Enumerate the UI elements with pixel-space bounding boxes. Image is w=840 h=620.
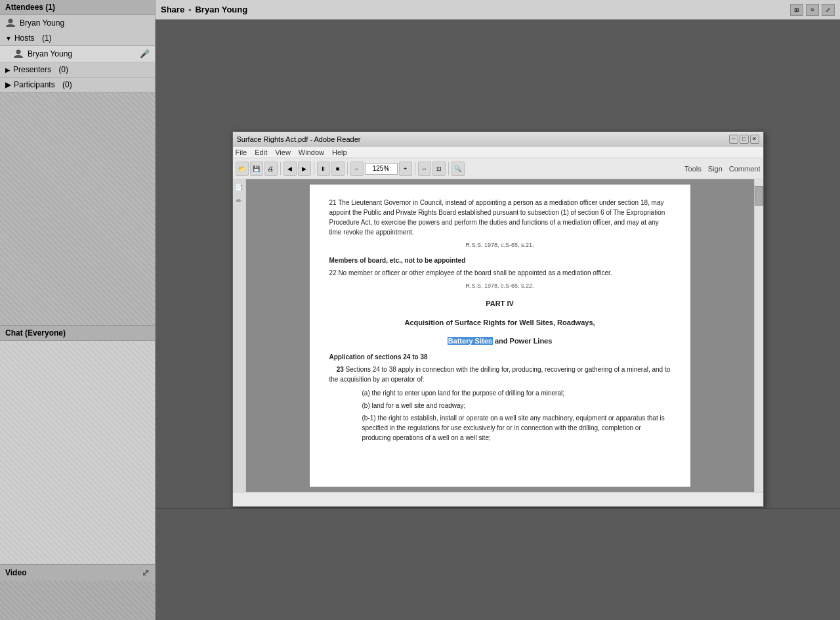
pdf-page: 21 The Lieutenant Governor in Council, i… — [310, 185, 690, 487]
pdf-para-22: 22 No member or officer or other employe… — [329, 268, 671, 278]
video-section: Video ⤢ — [0, 564, 155, 620]
pdf-minimize-button[interactable]: ─ — [729, 135, 738, 144]
pdf-menu-view[interactable]: View — [275, 148, 291, 156]
grid-view-button[interactable]: ⊞ — [790, 4, 803, 16]
sidebar: Attendees (1) Bryan Young ▼ Hosts (1) Br… — [0, 0, 156, 620]
video-body — [0, 581, 155, 620]
pdf-close-button[interactable]: ✕ — [750, 135, 759, 144]
tb-stop-button[interactable]: ■ — [331, 162, 345, 176]
pdf-menubar: File Edit View Window Help — [233, 146, 763, 158]
tb-open-button[interactable]: 📂 — [236, 162, 249, 176]
svg-point-0 — [9, 19, 13, 24]
host-user-icon — [13, 49, 24, 59]
pdf-comment-button[interactable]: Comment — [729, 165, 761, 173]
pdf-section-members: Members of board, etc., not to be appoin… — [329, 255, 671, 265]
list-view-button[interactable]: ≡ — [806, 4, 819, 16]
tb-zoomin-button[interactable]: + — [399, 162, 412, 176]
pdf-maximize-button[interactable]: □ — [740, 135, 749, 144]
pdf-scrollbar[interactable] — [754, 179, 763, 492]
pdf-ref-2: R.S.S. 1978, c.S-65, s.22. — [329, 282, 671, 291]
participants-section-header[interactable]: ▶ Participants (0) — [0, 78, 155, 93]
nav-bookmark-icon[interactable]: 📑 — [234, 182, 244, 192]
video-header: Video ⤢ — [0, 565, 155, 581]
tb-next-button[interactable]: ▶ — [298, 162, 311, 176]
tb-save-button[interactable]: 💾 — [250, 162, 263, 176]
tb-search-button[interactable]: 🔍 — [452, 162, 465, 176]
pdf-item-b: (b) land for a well site and roadway; — [362, 401, 671, 410]
host-name: Bryan Young — [28, 49, 72, 58]
chat-scope: (Everyone) — [25, 328, 66, 338]
pdf-statusbar — [233, 492, 763, 506]
pdf-part-title2: Battery Sites and Power Lines — [329, 336, 671, 347]
tb-fit-page-button[interactable]: ⊡ — [432, 162, 446, 176]
pdf-tools-button[interactable]: Tools — [684, 165, 702, 173]
tb-fit-width-button[interactable]: ↔ — [418, 162, 431, 176]
pdf-menu-window[interactable]: Window — [299, 148, 324, 156]
svg-point-1 — [16, 50, 21, 55]
bottom-area — [156, 508, 840, 620]
tb-print-button[interactable]: 🖨 — [264, 162, 278, 176]
tb-separator5 — [448, 162, 449, 175]
pdf-para-21-text: 21 The Lieutenant Governor in Council, i… — [329, 199, 665, 236]
hosts-triangle-icon: ▼ — [5, 35, 12, 42]
tb-separator3 — [347, 162, 348, 175]
tb-zoomout-button[interactable]: − — [350, 162, 364, 176]
pdf-part-title2-after: and Power Lines — [493, 337, 552, 345]
pdf-section-app: Application of sections 24 to 38 — [329, 352, 671, 362]
pdf-content-area: 📑 ✏ 21 The Lieutenant Governor in Counci… — [233, 179, 763, 492]
fullscreen-button[interactable]: ⤢ — [822, 4, 835, 16]
pdf-para-21: 21 The Lieutenant Governor in Council, i… — [329, 198, 671, 237]
tb-separator1 — [280, 162, 281, 175]
pdf-window-controls: ─ □ ✕ — [729, 135, 759, 144]
share-header-controls: ⊞ ≡ ⤢ — [790, 4, 835, 16]
pdf-highlight-battery-sites: Battery Sites — [448, 337, 493, 345]
pdf-title: Surface Rights Act.pdf - Adobe Reader — [237, 135, 361, 143]
hosts-label: Hosts — [14, 33, 35, 43]
chat-area[interactable] — [0, 341, 155, 564]
attendee-name: Bryan Young — [20, 18, 64, 28]
share-main: Surface Rights Act.pdf - Adobe Reader ─ … — [156, 20, 840, 508]
chat-header: Chat (Everyone) — [0, 326, 155, 341]
pdf-page-area[interactable]: 21 The Lieutenant Governor in Council, i… — [246, 179, 754, 492]
chat-section: Chat (Everyone) — [0, 325, 155, 564]
share-presenter: Bryan Young — [195, 5, 247, 14]
presenters-triangle-icon: ▶ — [5, 66, 10, 74]
sidebar-spacer — [0, 93, 155, 325]
share-header-left: Share - Bryan Young — [161, 5, 247, 14]
pdf-part-iv: PART IV — [329, 298, 671, 309]
zoom-input[interactable] — [365, 163, 398, 175]
share-header: Share - Bryan Young ⊞ ≡ ⤢ — [156, 0, 840, 20]
chat-label: Chat — [5, 328, 23, 338]
share-label: Share — [161, 5, 184, 14]
hosts-count: (1) — [42, 33, 52, 43]
tb-separator2 — [314, 162, 314, 175]
attendee-item: Bryan Young — [0, 15, 155, 31]
host-item: Bryan Young 🎤 — [0, 46, 155, 62]
presenters-count: (0) — [58, 65, 68, 74]
pdf-sign-button[interactable]: Sign — [708, 165, 723, 173]
tb-pause-button[interactable]: ⏸ — [317, 162, 330, 176]
pdf-nav-sidebar: 📑 ✏ — [233, 179, 246, 492]
hosts-section-header[interactable]: ▼ Hosts (1) — [0, 31, 155, 46]
pdf-para-23: 23 Sections 24 to 38 apply in connection… — [329, 365, 671, 384]
video-expand-icon[interactable]: ⤢ — [142, 567, 150, 578]
pdf-para-23-text: Sections 24 to 38 apply in connection wi… — [329, 366, 671, 383]
pdf-item-a: (a) the right to enter upon land for the… — [362, 388, 671, 398]
attendees-count: (1) — [45, 3, 55, 12]
pdf-ref-1: R.S.S. 1978, c.S-65, s.21. — [329, 241, 671, 250]
pdf-para-22-text: 22 No member or officer or other employe… — [329, 269, 612, 277]
pdf-menu-file[interactable]: File — [236, 148, 247, 156]
attendees-header: Attendees (1) — [0, 0, 155, 15]
nav-pencil-icon[interactable]: ✏ — [234, 195, 244, 206]
presenters-section-header[interactable]: ▶ Presenters (0) — [0, 62, 155, 78]
pdf-scrollbar-thumb[interactable] — [755, 186, 763, 206]
tb-prev-button[interactable]: ◀ — [284, 162, 297, 176]
pdf-menu-edit[interactable]: Edit — [255, 148, 267, 156]
content-area: Share - Bryan Young ⊞ ≡ ⤢ Surface Rights… — [156, 0, 840, 620]
pdf-window: Surface Rights Act.pdf - Adobe Reader ─ … — [232, 131, 764, 507]
participants-count: (0) — [62, 80, 72, 89]
pdf-para-23-num: 23 — [337, 366, 344, 373]
pdf-menu-help[interactable]: Help — [332, 148, 347, 156]
attendees-label: Attendees — [5, 3, 43, 12]
participants-triangle-icon: ▶ — [5, 80, 11, 89]
